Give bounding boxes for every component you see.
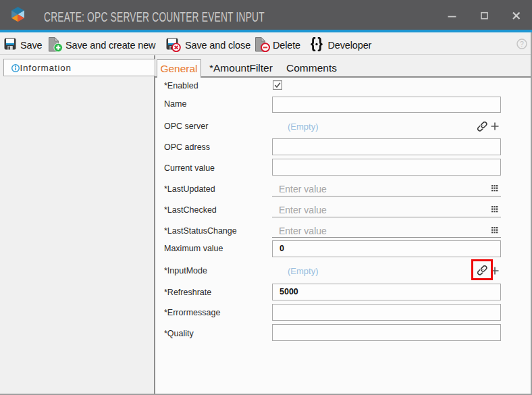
svg-text:?: ? [520,40,524,48]
